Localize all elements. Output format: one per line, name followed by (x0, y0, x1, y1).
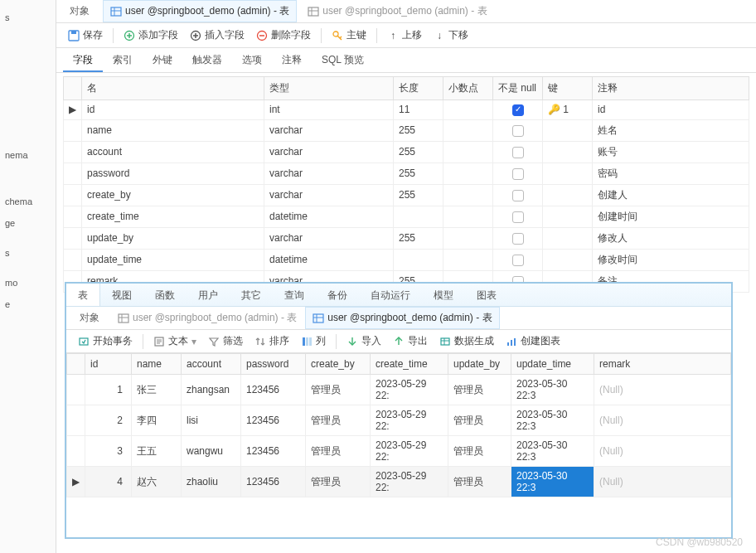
cell-type[interactable]: varchar (264, 163, 394, 184)
subtab-comment[interactable]: 注释 (272, 48, 312, 72)
cell-notnull[interactable] (493, 227, 543, 249)
cell-type[interactable]: varchar (264, 184, 394, 206)
cell-len[interactable]: 255 (394, 119, 443, 141)
cell-createtime[interactable]: 2023-05-29 22: (371, 436, 448, 467)
dcol-password[interactable]: password (241, 354, 306, 375)
col-dec[interactable]: 小数点 (443, 77, 493, 100)
cell-createby[interactable]: 管理员 (306, 467, 371, 497)
panel-tab-chart[interactable]: 图表 (465, 284, 508, 306)
cell-dec[interactable] (443, 249, 493, 270)
cell-len[interactable]: 255 (394, 163, 443, 184)
cell-key[interactable] (543, 227, 593, 249)
cell-notnull[interactable] (493, 249, 543, 270)
inner-tab-2[interactable]: user @springboot_demo (admin) - 表 (305, 307, 499, 329)
filter-button[interactable]: 筛选 (203, 332, 248, 351)
sidebar-item[interactable]: s (3, 242, 52, 264)
cell-account[interactable]: wangwu (182, 436, 241, 467)
col-key[interactable]: 键 (543, 77, 593, 100)
data-row[interactable]: ▶ 4 赵六 zhaoliu 123456 管理员 2023-05-29 22:… (67, 467, 731, 497)
dcol-remark[interactable]: remark (594, 354, 731, 375)
cell-dec[interactable] (443, 184, 493, 206)
cell-dec[interactable] (443, 206, 493, 227)
delete-field-button[interactable]: 删除字段 (251, 26, 316, 45)
cell-remark[interactable]: (Null) (594, 405, 731, 436)
add-field-button[interactable]: 添加字段 (119, 26, 183, 45)
cell-name[interactable]: update_by (82, 227, 264, 249)
datagen-button[interactable]: 数据生成 (434, 332, 499, 351)
begin-transaction-button[interactable]: 开始事务 (73, 332, 138, 351)
dcol-updatetime[interactable]: update_time (511, 354, 594, 375)
cell-name[interactable]: create_by (82, 184, 264, 206)
subtab-fields[interactable]: 字段 (63, 48, 103, 72)
cell-password[interactable]: 123456 (241, 375, 306, 405)
data-row[interactable]: 2 李四 lisi 123456 管理员 2023-05-29 22: 管理员 … (67, 405, 731, 436)
cell-name[interactable]: 王五 (132, 436, 182, 467)
cell-name[interactable]: 张三 (132, 375, 182, 405)
panel-tab-other[interactable]: 其它 (230, 284, 273, 306)
import-button[interactable]: 导入 (342, 332, 386, 351)
cell-comment[interactable]: 修改时间 (593, 249, 749, 270)
cell-type[interactable]: datetime (264, 249, 394, 270)
struct-row[interactable]: account varchar 255 账号 (64, 141, 749, 163)
cell-id[interactable]: 4 (85, 467, 132, 497)
cell-name[interactable]: update_time (82, 249, 264, 270)
object-tab[interactable]: 对象 (70, 308, 109, 328)
dcol-name[interactable]: name (132, 354, 182, 375)
cell-type[interactable]: varchar (264, 227, 394, 249)
cell-key[interactable] (543, 163, 593, 184)
cell-dec[interactable] (443, 141, 493, 163)
cell-createtime[interactable]: 2023-05-29 22: (371, 405, 448, 436)
cell-comment[interactable]: 创建人 (593, 184, 749, 206)
cell-id[interactable]: 1 (85, 375, 132, 405)
cell-notnull[interactable] (493, 100, 543, 120)
cell-name[interactable]: password (82, 163, 264, 184)
col-type[interactable]: 类型 (264, 77, 394, 100)
cell-comment[interactable]: 密码 (593, 163, 749, 184)
struct-row[interactable]: name varchar 255 姓名 (64, 119, 749, 141)
cell-password[interactable]: 123456 (241, 467, 306, 497)
cell-notnull[interactable] (493, 163, 543, 184)
cell-updatetime[interactable]: 2023-05-30 22:3 (511, 375, 594, 405)
dcol-createtime[interactable]: create_time (371, 354, 448, 375)
sidebar-item[interactable]: ge (3, 212, 52, 234)
cell-updateby[interactable]: 管理员 (448, 467, 511, 497)
cell-key[interactable]: 🔑 1 (543, 100, 593, 120)
cell-dec[interactable] (443, 100, 493, 120)
sidebar-item[interactable]: s (3, 7, 52, 28)
cell-createtime[interactable]: 2023-05-29 22: (371, 375, 448, 405)
cell-updateby[interactable]: 管理员 (448, 405, 511, 436)
export-button[interactable]: 导出 (388, 332, 433, 351)
cell-type[interactable]: varchar (264, 141, 394, 163)
panel-tab-query[interactable]: 查询 (273, 284, 316, 306)
col-notnull[interactable]: 不是 null (493, 77, 543, 100)
sidebar-item[interactable]: nema (3, 144, 52, 166)
cell-comment[interactable]: 修改人 (593, 227, 749, 249)
top-tab-2[interactable]: user @springboot_demo (admin) - 表 (300, 0, 494, 22)
cell-len[interactable] (394, 249, 443, 270)
col-comment[interactable]: 注释 (593, 77, 749, 100)
cell-key[interactable] (543, 249, 593, 270)
cell-len[interactable]: 11 (394, 100, 443, 120)
dcol-updateby[interactable]: update_by (448, 354, 511, 375)
struct-row[interactable]: update_by varchar 255 修改人 (64, 227, 749, 249)
cell-dec[interactable] (443, 227, 493, 249)
cell-name[interactable]: id (82, 100, 264, 120)
cell-updatetime[interactable]: 2023-05-30 22:3 (511, 405, 594, 436)
panel-tab-table[interactable]: 表 (66, 284, 100, 306)
cell-password[interactable]: 123456 (241, 436, 306, 467)
move-down-button[interactable]: ↓ 下移 (429, 26, 473, 45)
struct-row[interactable]: create_time datetime 创建时间 (64, 206, 749, 227)
struct-row[interactable]: ▶ id int 11 🔑 1 id (64, 100, 749, 120)
cell-dec[interactable] (443, 119, 493, 141)
cell-len[interactable]: 255 (394, 184, 443, 206)
text-button[interactable]: 文本 ▾ (148, 332, 201, 351)
cell-key[interactable] (543, 141, 593, 163)
cell-updateby[interactable]: 管理员 (448, 375, 511, 405)
cell-id[interactable]: 2 (85, 405, 132, 436)
sidebar-item[interactable]: e (3, 293, 52, 315)
cell-updatetime[interactable]: 2023-05-30 22:3 (511, 467, 594, 497)
cell-id[interactable]: 3 (85, 436, 132, 467)
subtab-indexes[interactable]: 索引 (103, 48, 143, 72)
cell-name[interactable]: create_time (82, 206, 264, 227)
subtab-options[interactable]: 选项 (232, 48, 272, 72)
